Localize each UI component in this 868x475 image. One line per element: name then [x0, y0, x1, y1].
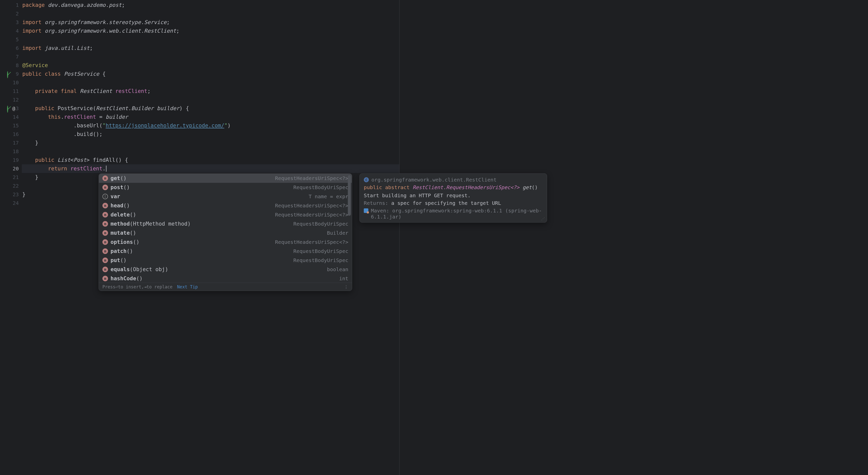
autocomplete-item-post[interactable]: mpost()RequestBodyUriSpec [99, 183, 352, 192]
line-number: 22 [13, 183, 19, 189]
variable-icon: ⌷ [102, 194, 108, 199]
documentation-popup: C org.springframework.web.client.RestCli… [360, 173, 547, 223]
ac-return-type: T name = expr [309, 194, 348, 200]
footer-text: to replace [147, 284, 173, 290]
class-icon: C [364, 177, 369, 182]
ac-name: post() [111, 184, 130, 191]
autocomplete-item-hashCode[interactable]: mhashCode()int [99, 274, 352, 282]
ac-return-type: RequestHeadersUriSpec<?> [275, 239, 348, 245]
autocomplete-item-delete[interactable]: mdelete()RequestHeadersUriSpec<?> [99, 210, 352, 219]
scrollbar[interactable] [348, 175, 351, 280]
method-icon: m [102, 258, 108, 263]
doc-signature: public abstract RestClient.RequestHeader… [364, 184, 543, 191]
ac-name: var [111, 194, 120, 200]
ac-name: equals(Object obj) [111, 266, 168, 272]
autocomplete-item-var[interactable]: ⌷varT name = expr [99, 192, 352, 201]
line-number: 14 [13, 114, 19, 120]
doc-returns: Returns: a spec for specifying the targe… [364, 200, 543, 206]
ac-name: head() [111, 203, 130, 209]
scrollbar-thumb[interactable] [348, 175, 351, 216]
doc-description: Start building an HTTP GET request. [364, 193, 543, 199]
line-number: 19 [13, 157, 19, 163]
footer-key-enter: ⏎ [115, 284, 118, 290]
line-number: 16 [13, 131, 19, 137]
line-number: 7 [16, 54, 19, 60]
autocomplete-list[interactable]: mget()RequestHeadersUriSpec<?>mpost()Req… [99, 174, 352, 282]
ac-return-type: RequestHeadersUriSpec<?> [275, 175, 348, 181]
line-number: 5 [16, 36, 19, 42]
next-tip-link[interactable]: Next Tip [177, 284, 198, 290]
line-number: 6 [16, 45, 19, 51]
footer-text: to insert, [118, 284, 144, 290]
ac-name: get() [111, 175, 126, 181]
ac-return-type: Builder [327, 230, 348, 236]
ac-return-type: RequestBodyUriSpec [293, 248, 348, 254]
maven-icon [364, 208, 368, 213]
ac-name: patch() [111, 248, 133, 254]
autocomplete-item-head[interactable]: mhead()RequestHeadersUriSpec<?> [99, 201, 352, 210]
line-number: 12 [13, 97, 19, 103]
autocomplete-item-method[interactable]: mmethod(HttpMethod method)RequestBodyUri… [99, 219, 352, 228]
text-cursor [106, 166, 106, 172]
line-number: 24 [13, 200, 19, 206]
footer-text: Press [102, 284, 115, 290]
method-icon: m [102, 203, 108, 208]
method-icon: m [102, 230, 108, 236]
autocomplete-item-get[interactable]: mget()RequestHeadersUriSpec<?> [99, 174, 352, 183]
doc-fqn: org.springframework.web.client.RestClien… [371, 177, 497, 183]
method-icon: m [102, 175, 108, 181]
footer-key-tab: ⇥ [144, 284, 147, 290]
ac-return-type: boolean [327, 266, 348, 272]
line-number: 17 [13, 140, 19, 146]
gutter: 1 2 3 4 5 6 7 8 9 10 11 12 @13 14 15 16 … [0, 0, 22, 475]
line-number: 23 [13, 192, 19, 198]
line-number: 21 [13, 174, 19, 180]
line-number: 2 [16, 11, 19, 17]
line-number: 4 [16, 28, 19, 34]
ac-name: mutate() [111, 230, 136, 236]
line-number: 8 [16, 62, 19, 68]
method-icon: m [102, 276, 108, 281]
method-icon: m [102, 212, 108, 217]
run-icon[interactable] [7, 72, 12, 76]
autocomplete-footer: Press ⏎ to insert, ⇥ to replace Next Tip… [99, 282, 352, 291]
line-number: 15 [13, 123, 19, 129]
line-number: 9 [16, 71, 19, 77]
autocomplete-item-put[interactable]: mput()RequestBodyUriSpec [99, 256, 352, 265]
doc-maven-source: Maven: org.springframework:spring-web:6.… [364, 208, 543, 220]
autocomplete-item-mutate[interactable]: mmutate()Builder [99, 228, 352, 238]
ac-name: hashCode() [111, 275, 143, 281]
ac-return-type: RequestHeadersUriSpec<?> [275, 212, 348, 218]
line-number: 10 [13, 79, 19, 86]
autocomplete-popup: mget()RequestHeadersUriSpec<?>mpost()Req… [99, 173, 352, 291]
ac-name: method(HttpMethod method) [111, 221, 191, 227]
more-menu-icon[interactable]: ⋮ [344, 284, 348, 290]
line-number: 18 [13, 148, 19, 155]
ac-name: put() [111, 257, 126, 263]
line-number: 11 [13, 88, 19, 94]
autocomplete-item-equals[interactable]: mequals(Object obj)boolean [99, 265, 352, 274]
method-icon: m [102, 239, 108, 245]
method-icon: m [102, 184, 108, 190]
ac-return-type: RequestBodyUriSpec [293, 257, 348, 263]
ac-return-type: int [339, 275, 348, 281]
method-icon: m [102, 248, 108, 254]
ac-return-type: RequestBodyUriSpec [293, 221, 348, 227]
autocomplete-item-options[interactable]: moptions()RequestHeadersUriSpec<?> [99, 238, 352, 247]
resize-handle-icon[interactable]: ⋰ [541, 217, 545, 221]
method-icon: m [102, 267, 108, 272]
line-number: 3 [16, 19, 19, 25]
doc-header: C org.springframework.web.client.RestCli… [364, 177, 543, 183]
method-icon: m [102, 221, 108, 227]
gutter-line: 1 [0, 1, 22, 9]
at-icon[interactable]: @ [12, 105, 15, 111]
autocomplete-item-patch[interactable]: mpatch()RequestBodyUriSpec [99, 247, 352, 256]
ac-name: delete() [111, 212, 136, 218]
ac-name: options() [111, 239, 140, 245]
editor-right-margin [400, 0, 868, 475]
ac-return-type: RequestHeadersUriSpec<?> [275, 203, 348, 209]
line-number-current: 20 [13, 166, 19, 172]
line-number: 1 [16, 2, 19, 8]
ac-return-type: RequestBodyUriSpec [293, 184, 348, 191]
bean-icon[interactable] [7, 106, 12, 111]
